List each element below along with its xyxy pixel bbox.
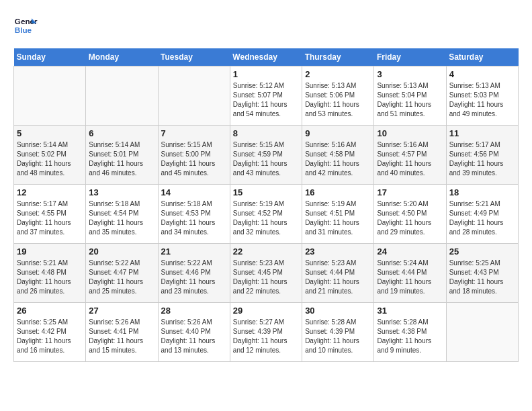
day-number: 26 [17, 306, 83, 316]
calendar-empty-cell [158, 66, 230, 126]
calendar-week-row: 1Sunrise: 5:12 AM Sunset: 5:07 PM Daylig… [14, 66, 519, 126]
day-number: 7 [161, 128, 227, 138]
day-number: 29 [233, 306, 299, 316]
calendar-header-friday: Friday [374, 48, 446, 66]
day-info: Sunrise: 5:17 AM Sunset: 4:56 PM Dayligh… [449, 140, 515, 178]
day-info: Sunrise: 5:18 AM Sunset: 4:53 PM Dayligh… [161, 199, 227, 237]
day-number: 20 [89, 246, 154, 257]
day-number: 15 [233, 187, 299, 197]
calendar-day-25: 25Sunrise: 5:25 AM Sunset: 4:43 PM Dayli… [446, 244, 518, 303]
day-number: 22 [233, 246, 299, 257]
day-info: Sunrise: 5:23 AM Sunset: 4:45 PM Dayligh… [233, 259, 299, 296]
calendar-day-15: 15Sunrise: 5:19 AM Sunset: 4:52 PM Dayli… [230, 185, 302, 244]
day-number: 11 [449, 128, 515, 138]
day-info: Sunrise: 5:21 AM Sunset: 4:49 PM Dayligh… [449, 199, 515, 237]
calendar-week-row: 26Sunrise: 5:25 AM Sunset: 4:42 PM Dayli… [14, 303, 519, 362]
day-info: Sunrise: 5:18 AM Sunset: 4:54 PM Dayligh… [89, 199, 154, 237]
day-info: Sunrise: 5:22 AM Sunset: 4:47 PM Dayligh… [89, 259, 154, 296]
day-info: Sunrise: 5:12 AM Sunset: 5:07 PM Dayligh… [233, 81, 299, 119]
calendar-week-row: 5Sunrise: 5:14 AM Sunset: 5:02 PM Daylig… [14, 126, 519, 185]
day-number: 23 [305, 246, 371, 257]
day-number: 16 [305, 187, 371, 197]
calendar-day-14: 14Sunrise: 5:18 AM Sunset: 4:53 PM Dayli… [158, 185, 230, 244]
day-number: 30 [305, 306, 371, 316]
day-number: 4 [449, 69, 515, 79]
calendar-day-16: 16Sunrise: 5:19 AM Sunset: 4:51 PM Dayli… [302, 185, 374, 244]
calendar-day-31: 31Sunrise: 5:28 AM Sunset: 4:38 PM Dayli… [374, 303, 446, 362]
calendar-day-9: 9Sunrise: 5:16 AM Sunset: 4:58 PM Daylig… [302, 126, 374, 185]
day-info: Sunrise: 5:26 AM Sunset: 4:41 PM Dayligh… [89, 318, 154, 355]
calendar-header-monday: Monday [86, 48, 158, 66]
calendar-day-12: 12Sunrise: 5:17 AM Sunset: 4:55 PM Dayli… [14, 185, 86, 244]
day-info: Sunrise: 5:15 AM Sunset: 5:00 PM Dayligh… [161, 140, 227, 178]
calendar-week-row: 19Sunrise: 5:21 AM Sunset: 4:48 PM Dayli… [14, 244, 519, 303]
calendar-header-saturday: Saturday [446, 48, 518, 66]
day-number: 24 [377, 246, 443, 257]
day-info: Sunrise: 5:22 AM Sunset: 4:46 PM Dayligh… [161, 259, 227, 296]
day-info: Sunrise: 5:25 AM Sunset: 4:43 PM Dayligh… [449, 259, 515, 296]
day-info: Sunrise: 5:14 AM Sunset: 5:02 PM Dayligh… [17, 140, 83, 178]
day-number: 3 [377, 69, 443, 79]
calendar-empty-cell [86, 66, 158, 126]
day-info: Sunrise: 5:16 AM Sunset: 4:58 PM Dayligh… [305, 140, 371, 178]
day-info: Sunrise: 5:14 AM Sunset: 5:01 PM Dayligh… [89, 140, 154, 178]
calendar-day-20: 20Sunrise: 5:22 AM Sunset: 4:47 PM Dayli… [86, 244, 158, 303]
day-number: 1 [233, 69, 299, 79]
day-number: 6 [89, 128, 154, 138]
day-info: Sunrise: 5:23 AM Sunset: 4:44 PM Dayligh… [305, 259, 371, 296]
day-info: Sunrise: 5:15 AM Sunset: 4:59 PM Dayligh… [233, 140, 299, 178]
day-number: 5 [17, 128, 83, 138]
calendar-day-21: 21Sunrise: 5:22 AM Sunset: 4:46 PM Dayli… [158, 244, 230, 303]
calendar-day-10: 10Sunrise: 5:16 AM Sunset: 4:57 PM Dayli… [374, 126, 446, 185]
calendar-day-1: 1Sunrise: 5:12 AM Sunset: 5:07 PM Daylig… [230, 66, 302, 126]
calendar-table: SundayMondayTuesdayWednesdayThursdayFrid… [13, 48, 519, 362]
logo-icon: General Blue [13, 13, 38, 38]
calendar-day-27: 27Sunrise: 5:26 AM Sunset: 4:41 PM Dayli… [86, 303, 158, 362]
day-info: Sunrise: 5:24 AM Sunset: 4:44 PM Dayligh… [377, 259, 443, 296]
day-number: 13 [89, 187, 154, 197]
calendar-day-26: 26Sunrise: 5:25 AM Sunset: 4:42 PM Dayli… [14, 303, 86, 362]
day-info: Sunrise: 5:28 AM Sunset: 4:39 PM Dayligh… [305, 318, 371, 355]
day-number: 19 [17, 246, 83, 257]
calendar-header-tuesday: Tuesday [158, 48, 230, 66]
day-number: 2 [305, 69, 371, 79]
calendar-day-18: 18Sunrise: 5:21 AM Sunset: 4:49 PM Dayli… [446, 185, 518, 244]
calendar-day-7: 7Sunrise: 5:15 AM Sunset: 5:00 PM Daylig… [158, 126, 230, 185]
calendar-day-30: 30Sunrise: 5:28 AM Sunset: 4:39 PM Dayli… [302, 303, 374, 362]
day-info: Sunrise: 5:26 AM Sunset: 4:40 PM Dayligh… [161, 318, 227, 355]
day-info: Sunrise: 5:25 AM Sunset: 4:42 PM Dayligh… [17, 318, 83, 355]
calendar-day-17: 17Sunrise: 5:20 AM Sunset: 4:50 PM Dayli… [374, 185, 446, 244]
calendar-day-2: 2Sunrise: 5:13 AM Sunset: 5:06 PM Daylig… [302, 66, 374, 126]
day-number: 18 [449, 187, 515, 197]
logo: General Blue [13, 13, 40, 38]
calendar-day-23: 23Sunrise: 5:23 AM Sunset: 4:44 PM Dayli… [302, 244, 374, 303]
day-info: Sunrise: 5:28 AM Sunset: 4:38 PM Dayligh… [377, 318, 443, 355]
calendar-day-24: 24Sunrise: 5:24 AM Sunset: 4:44 PM Dayli… [374, 244, 446, 303]
calendar-day-22: 22Sunrise: 5:23 AM Sunset: 4:45 PM Dayli… [230, 244, 302, 303]
calendar-day-29: 29Sunrise: 5:27 AM Sunset: 4:39 PM Dayli… [230, 303, 302, 362]
day-number: 9 [305, 128, 371, 138]
header: General Blue [13, 13, 519, 38]
calendar-week-row: 12Sunrise: 5:17 AM Sunset: 4:55 PM Dayli… [14, 185, 519, 244]
day-number: 14 [161, 187, 227, 197]
day-info: Sunrise: 5:19 AM Sunset: 4:51 PM Dayligh… [305, 199, 371, 237]
day-number: 28 [161, 306, 227, 316]
day-number: 31 [377, 306, 443, 316]
day-info: Sunrise: 5:19 AM Sunset: 4:52 PM Dayligh… [233, 199, 299, 237]
calendar-day-13: 13Sunrise: 5:18 AM Sunset: 4:54 PM Dayli… [86, 185, 158, 244]
day-number: 27 [89, 306, 154, 316]
calendar-header-wednesday: Wednesday [230, 48, 302, 66]
day-number: 8 [233, 128, 299, 138]
day-info: Sunrise: 5:21 AM Sunset: 4:48 PM Dayligh… [17, 259, 83, 296]
day-number: 12 [17, 187, 83, 197]
day-number: 21 [161, 246, 227, 257]
day-info: Sunrise: 5:13 AM Sunset: 5:06 PM Dayligh… [305, 81, 371, 119]
day-info: Sunrise: 5:17 AM Sunset: 4:55 PM Dayligh… [17, 199, 83, 237]
calendar-header-sunday: Sunday [14, 48, 86, 66]
calendar-day-28: 28Sunrise: 5:26 AM Sunset: 4:40 PM Dayli… [158, 303, 230, 362]
day-number: 25 [449, 246, 515, 257]
day-number: 17 [377, 187, 443, 197]
calendar-header-row: SundayMondayTuesdayWednesdayThursdayFrid… [14, 48, 519, 66]
calendar-header-thursday: Thursday [302, 48, 374, 66]
svg-text:Blue: Blue [15, 26, 32, 34]
